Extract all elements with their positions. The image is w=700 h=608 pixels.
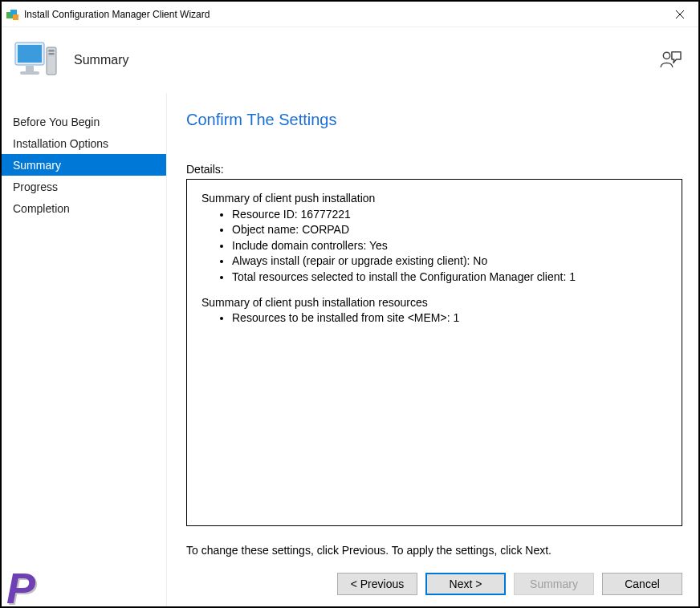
detail-item: Total resources selected to install the … xyxy=(232,270,667,286)
watermark-logo: P xyxy=(6,566,35,608)
sidebar-item-completion[interactable]: Completion xyxy=(2,197,166,219)
next-button[interactable]: Next > xyxy=(425,573,506,595)
close-button[interactable] xyxy=(661,2,698,26)
feedback-icon[interactable] xyxy=(660,49,682,71)
summary-section-1-list: Resource ID: 16777221 Object name: CORPA… xyxy=(232,207,667,286)
svg-rect-2 xyxy=(13,14,18,20)
sidebar-item-label: Installation Options xyxy=(13,137,108,150)
titlebar: Install Configuration Manager Client Wiz… xyxy=(2,2,698,27)
detail-item: Resource ID: 16777221 xyxy=(232,207,667,223)
sidebar-item-label: Summary xyxy=(13,159,61,172)
detail-item: Always install (repair or upgrade existi… xyxy=(232,253,667,270)
page-title: Confirm The Settings xyxy=(186,111,682,129)
sidebar-item-before-you-begin[interactable]: Before You Begin xyxy=(2,111,166,132)
sidebar-item-label: Progress xyxy=(13,180,58,193)
cancel-button[interactable]: Cancel xyxy=(602,573,682,595)
svg-rect-11 xyxy=(20,71,39,75)
hint-text: To change these settings, click Previous… xyxy=(186,544,682,557)
summary-section-1-title: Summary of client push installation xyxy=(201,191,667,207)
svg-rect-7 xyxy=(49,53,55,55)
sidebar: Before You Begin Installation Options Su… xyxy=(2,93,167,606)
detail-item: Resources to be installed from site <MEM… xyxy=(232,310,667,326)
sidebar-item-summary[interactable]: Summary xyxy=(2,154,166,176)
content-pane: Confirm The Settings Details: Summary of… xyxy=(167,93,698,606)
summary-section-2-title: Summary of client push installation reso… xyxy=(201,295,667,311)
sidebar-item-installation-options[interactable]: Installation Options xyxy=(2,132,166,154)
computer-icon xyxy=(13,39,58,81)
svg-rect-6 xyxy=(49,50,55,52)
summary-section-2-list: Resources to be installed from site <MEM… xyxy=(232,310,667,326)
wizard-heading: Summary xyxy=(74,53,660,67)
svg-rect-10 xyxy=(26,66,34,71)
details-label: Details: xyxy=(186,163,682,176)
sidebar-item-label: Before You Begin xyxy=(13,116,100,128)
wizard-body: Before You Begin Installation Options Su… xyxy=(2,93,698,606)
detail-item: Include domain controllers: Yes xyxy=(232,238,667,254)
svg-rect-9 xyxy=(18,45,42,63)
sidebar-item-progress[interactable]: Progress xyxy=(2,176,166,197)
button-row: < Previous Next > Summary Cancel xyxy=(186,573,682,595)
summary-button: Summary xyxy=(514,573,594,595)
detail-item: Object name: CORPAD xyxy=(232,222,667,238)
window-title: Install Configuration Manager Client Wiz… xyxy=(24,9,661,20)
details-box: Summary of client push installation Reso… xyxy=(186,179,682,526)
sidebar-item-label: Completion xyxy=(13,202,70,215)
wizard-header: Summary xyxy=(2,27,698,93)
previous-button[interactable]: < Previous xyxy=(337,573,417,595)
app-icon xyxy=(6,8,19,21)
svg-point-12 xyxy=(663,52,669,59)
